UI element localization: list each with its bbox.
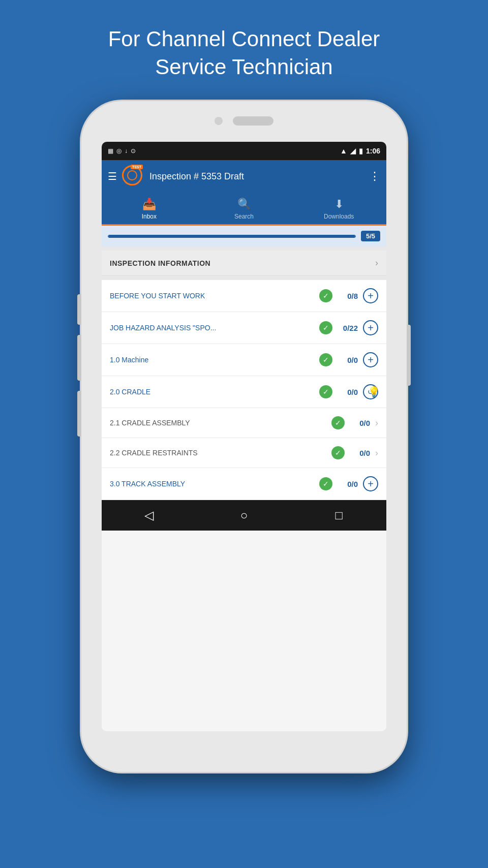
inspection-info-chevron: › (375, 258, 378, 268)
before-you-start-check: ✓ (319, 289, 332, 302)
inbox-icon: 📥 (142, 198, 156, 211)
tip-icon: 💡 (368, 386, 380, 398)
job-hazard-count: 0/22 (338, 324, 358, 332)
battery-icon: ▮ (359, 147, 363, 155)
list-item-cradle[interactable]: 2.0 CRADLE ✓ 0/0 ↺ 💡 (102, 376, 386, 408)
page-title: For Channel Connect Dealer Service Techn… (68, 0, 421, 96)
section-divider-2 (102, 276, 386, 280)
android-icon: ⊙ (131, 147, 136, 154)
list-item-cradle-assembly[interactable]: 2.1 CRADLE ASSEMBLY ✓ 0/0 › (102, 408, 386, 438)
track-assembly-plus[interactable]: + (363, 476, 378, 491)
inspection-info-header[interactable]: INSPECTION INFORMATION › (102, 251, 386, 276)
before-you-start-plus[interactable]: + (363, 288, 378, 303)
app-title: Inspection # 5353 Draft (149, 171, 364, 182)
cradle-restraints-chevron: › (375, 448, 378, 458)
list-item-cradle-restraints[interactable]: 2.2 CRADLE RESTRAINTS ✓ 0/0 › (102, 438, 386, 468)
camera-dot (215, 117, 223, 125)
section-divider-top (102, 246, 386, 251)
location-icon: ◎ (116, 147, 121, 154)
before-you-start-text: BEFORE YOU START WORK (110, 292, 314, 300)
cradle-assembly-count: 0/0 (350, 419, 370, 427)
more-options-icon[interactable]: ⋮ (369, 170, 380, 183)
logo-inner (127, 170, 137, 180)
phone-top-bar (81, 116, 407, 126)
machine-plus[interactable]: + (363, 352, 378, 367)
test-badge: TEST (131, 165, 143, 169)
status-right: ▲ ◢ ▮ 1:06 (340, 147, 380, 155)
progress-area: 5/5 (102, 226, 386, 246)
home-button[interactable]: ○ (229, 505, 259, 525)
machine-count: 0/0 (338, 356, 358, 364)
phone-shell: ▦ ◎ ↓ ⊙ ▲ ◢ ▮ 1:06 ☰ TEST (81, 101, 407, 772)
job-hazard-plus[interactable]: + (363, 320, 378, 335)
app-header: ☰ TEST Inspection # 5353 Draft ⋮ (102, 160, 386, 193)
job-hazard-check: ✓ (319, 321, 332, 334)
tab-inbox-label: Inbox (142, 213, 157, 220)
cradle-assembly-text: 2.1 CRADLE ASSEMBLY (110, 419, 326, 427)
hamburger-icon[interactable]: ☰ (108, 170, 117, 182)
cradle-assembly-chevron: › (375, 418, 378, 428)
cradle-restraints-check: ✓ (331, 446, 345, 459)
time-display: 1:06 (366, 147, 380, 155)
tab-bar: 📥 Inbox 🔍 Search ⬇ Downloads (102, 193, 386, 226)
cradle-check: ✓ (319, 385, 332, 398)
back-button[interactable]: ◁ (134, 505, 164, 525)
cradle-count: 0/0 (338, 388, 358, 396)
progress-bar-container (108, 235, 356, 238)
machine-check: ✓ (319, 353, 332, 366)
tab-inbox[interactable]: 📥 Inbox (102, 193, 197, 224)
phone-screen: ▦ ◎ ↓ ⊙ ▲ ◢ ▮ 1:06 ☰ TEST (102, 142, 386, 731)
status-icons-left: ▦ ◎ ↓ ⊙ (108, 147, 136, 154)
download-icon: ↓ (125, 147, 128, 154)
inspection-info-label: INSPECTION INFORMATION (110, 259, 210, 267)
phone-device: ▦ ◎ ↓ ⊙ ▲ ◢ ▮ 1:06 ☰ TEST (81, 101, 407, 772)
cradle-restraints-text: 2.2 CRADLE RESTRAINTS (110, 449, 326, 457)
tab-search[interactable]: 🔍 Search (197, 193, 292, 224)
cradle-assembly-check: ✓ (331, 416, 345, 429)
track-assembly-check: ✓ (319, 477, 332, 490)
search-icon: 🔍 (237, 198, 251, 211)
side-button-right (407, 325, 411, 386)
before-you-start-count: 0/8 (338, 292, 358, 300)
logo-circle: TEST (122, 165, 142, 185)
track-assembly-text: 3.0 TRACK ASSEMBLY (110, 480, 314, 488)
list-item-job-hazard[interactable]: JOB HAZARD ANALYSIS "SPO... ✓ 0/22 + (102, 312, 386, 344)
downloads-icon: ⬇ (334, 198, 344, 211)
status-bar: ▦ ◎ ↓ ⊙ ▲ ◢ ▮ 1:06 (102, 142, 386, 160)
signal-icon: ◢ (350, 147, 356, 155)
tab-search-label: Search (234, 213, 254, 220)
job-hazard-text: JOB HAZARD ANALYSIS "SPO... (110, 324, 314, 332)
track-assembly-count: 0/0 (338, 480, 358, 488)
bottom-nav-bar: ◁ ○ □ (102, 500, 386, 531)
list-item-track-assembly[interactable]: 3.0 TRACK ASSEMBLY ✓ 0/0 + (102, 468, 386, 500)
progress-badge: 5/5 (361, 231, 380, 241)
speaker-grille (233, 116, 273, 126)
tab-downloads-label: Downloads (324, 213, 354, 220)
list-item-machine[interactable]: 1.0 Machine ✓ 0/0 + (102, 344, 386, 376)
wifi-icon: ▲ (340, 147, 347, 155)
side-button-left3 (77, 391, 81, 437)
recents-button[interactable]: □ (324, 505, 354, 525)
list-item-before-you-start[interactable]: BEFORE YOU START WORK ✓ 0/8 + (102, 280, 386, 312)
cradle-restraints-count: 0/0 (350, 449, 370, 457)
side-button-left2 (77, 335, 81, 381)
cradle-text: 2.0 CRADLE (110, 388, 314, 396)
progress-bar-fill (108, 235, 355, 237)
notification-icon: ▦ (108, 147, 113, 154)
machine-text: 1.0 Machine (110, 356, 314, 364)
side-button-left (77, 294, 81, 325)
tab-downloads[interactable]: ⬇ Downloads (291, 193, 386, 224)
app-logo: TEST (122, 165, 144, 188)
